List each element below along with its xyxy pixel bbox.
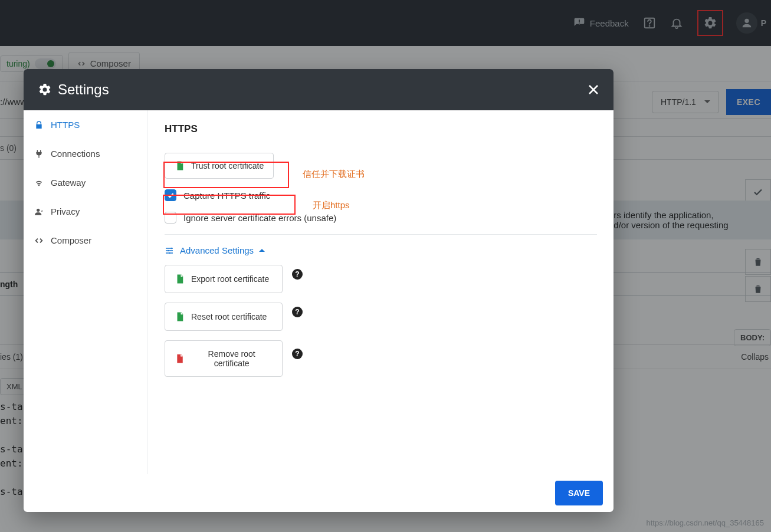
certificate-icon <box>175 274 185 284</box>
remove-button-label: Remove root certificate <box>191 349 273 368</box>
capture-https-label: Capture HTTPS traffic <box>183 191 270 201</box>
export-row: Export root certificate ? <box>165 255 597 293</box>
ignore-errors-label: Ignore server certificate errors (unsafe… <box>183 213 336 223</box>
help-tooltip[interactable]: ? <box>292 349 303 359</box>
close-button[interactable] <box>588 84 599 96</box>
ignore-errors-row[interactable]: Ignore server certificate errors (unsafe… <box>165 212 597 224</box>
certificate-icon <box>175 353 185 364</box>
modal-title: Settings <box>38 81 109 98</box>
svg-point-4 <box>170 247 172 249</box>
chevron-up-icon <box>258 247 265 254</box>
capture-https-row[interactable]: Capture HTTPS traffic <box>165 189 597 201</box>
annotation-trust: 信任并下载证书 <box>303 169 365 180</box>
sidebar-item-label: Privacy <box>51 206 80 216</box>
divider <box>165 234 597 235</box>
settings-panel: HTTPS Trust root certificate Capture HTT… <box>148 110 613 474</box>
annotation-enable: 开启https <box>313 200 350 211</box>
remove-row: Remove root certificate ? <box>165 331 597 377</box>
code-icon <box>34 236 44 245</box>
check-icon <box>167 192 175 199</box>
svg-point-6 <box>169 252 170 254</box>
user-icon <box>34 207 44 216</box>
modal-footer: SAVE <box>24 474 613 512</box>
sidebar-item-gateway[interactable]: Gateway <box>24 168 147 197</box>
capture-https-checkbox[interactable] <box>165 189 176 201</box>
settings-modal: Settings HTTPS Connections Gateway Priva… <box>24 69 613 512</box>
advanced-settings-label: Advanced Settings <box>180 245 254 255</box>
reset-root-certificate-button[interactable]: Reset root certificate <box>165 303 283 331</box>
save-button[interactable]: SAVE <box>555 481 603 505</box>
lock-icon <box>34 120 44 130</box>
modal-title-text: Settings <box>58 81 109 98</box>
settings-sidebar: HTTPS Connections Gateway Privacy Compos… <box>24 110 148 474</box>
export-root-certificate-button[interactable]: Export root certificate <box>165 265 283 293</box>
trust-root-certificate-button[interactable]: Trust root certificate <box>165 153 274 179</box>
sidebar-item-connections[interactable]: Connections <box>24 139 147 168</box>
panel-title: HTTPS <box>165 123 597 135</box>
sidebar-item-label: Connections <box>51 149 100 159</box>
close-icon <box>588 84 599 96</box>
ignore-errors-checkbox[interactable] <box>165 212 176 224</box>
export-button-label: Export root certificate <box>191 274 269 284</box>
help-tooltip[interactable]: ? <box>292 307 303 317</box>
sidebar-item-label: Composer <box>51 235 91 245</box>
sidebar-item-label: Gateway <box>51 178 86 188</box>
remove-root-certificate-button[interactable]: Remove root certificate <box>165 340 283 377</box>
modal-body: HTTPS Connections Gateway Privacy Compos… <box>24 110 613 474</box>
advanced-settings-toggle[interactable]: Advanced Settings <box>165 245 597 255</box>
plug-icon <box>34 149 44 159</box>
reset-button-label: Reset root certificate <box>191 312 267 321</box>
sidebar-item-label: HTTPS <box>51 120 80 130</box>
modal-header: Settings <box>24 69 613 110</box>
certificate-icon <box>175 311 185 322</box>
help-tooltip[interactable]: ? <box>292 269 303 280</box>
certificate-icon <box>175 160 185 171</box>
sidebar-item-privacy[interactable]: Privacy <box>24 197 147 226</box>
trust-button-label: Trust root certificate <box>191 161 264 170</box>
svg-point-5 <box>168 249 169 251</box>
sidebar-item-https[interactable]: HTTPS <box>24 110 147 139</box>
reset-row: Reset root certificate ? <box>165 293 597 331</box>
svg-point-3 <box>37 208 40 211</box>
sliders-icon <box>165 246 174 255</box>
sidebar-item-composer[interactable]: Composer <box>24 226 147 255</box>
gear-icon <box>38 83 52 97</box>
wifi-icon <box>34 178 44 188</box>
